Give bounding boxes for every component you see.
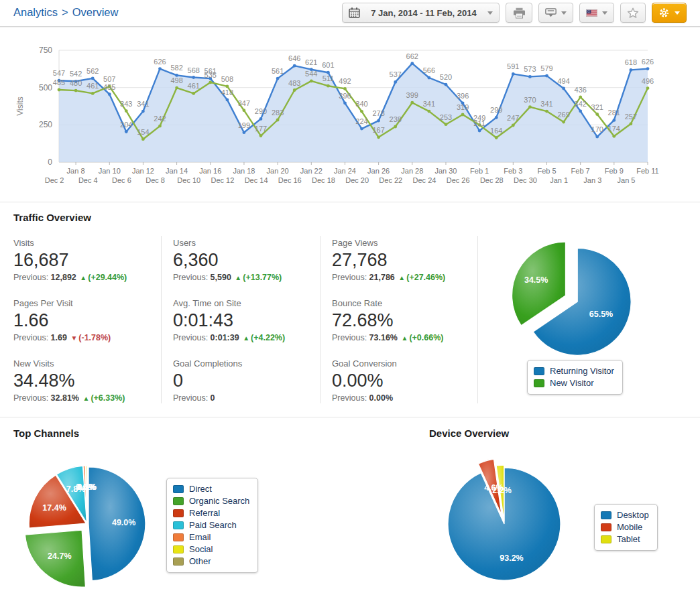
previous-label: Previous: <box>13 273 48 282</box>
metric-card-bounce-rate: Bounce Rate 72.68% Previous: 73.16% ▲(+0… <box>320 293 465 354</box>
previous-value: 1.69 <box>51 333 67 342</box>
gear-icon <box>658 7 670 19</box>
metric-value: 0.00% <box>332 371 465 391</box>
svg-text:498: 498 <box>170 76 182 84</box>
svg-text:485: 485 <box>53 78 65 86</box>
previous-label: Previous: <box>173 393 208 403</box>
svg-text:500: 500 <box>39 83 52 92</box>
legend-swatch <box>534 367 544 375</box>
svg-text:Visits: Visits <box>15 96 25 115</box>
change-arrow-icon: ▲ <box>80 274 86 281</box>
svg-text:341: 341 <box>423 100 435 108</box>
star-icon <box>627 7 639 19</box>
previous-label: Previous: <box>173 273 208 282</box>
top-bar: Analytics>Overview 7 Jan, 2014 - 11 Feb,… <box>0 0 700 27</box>
svg-text:34.5%: 34.5% <box>524 275 548 285</box>
printer-icon <box>513 7 526 19</box>
svg-text:177: 177 <box>255 125 267 133</box>
legend-label: Other <box>189 555 211 568</box>
change-percent: (+27.46%) <box>406 273 445 282</box>
svg-text:Jan 28: Jan 28 <box>401 167 423 175</box>
svg-text:Feb 3: Feb 3 <box>504 167 522 175</box>
print-button[interactable] <box>506 3 532 23</box>
column-divider <box>320 236 320 403</box>
svg-text:Jan 12: Jan 12 <box>132 167 154 175</box>
legend-swatch <box>173 545 184 553</box>
legend-swatch <box>534 379 544 387</box>
visitor-legend: Returning Visitor New Visitor <box>527 360 623 395</box>
svg-text:Dec 22: Dec 22 <box>379 176 402 184</box>
breadcrumb: Analytics>Overview <box>13 6 118 19</box>
svg-text:Dec 28: Dec 28 <box>480 176 504 184</box>
svg-text:573: 573 <box>524 65 536 73</box>
device-pie-chart: 93.2%4.6%2.2% <box>429 444 583 591</box>
svg-text:483: 483 <box>288 79 300 87</box>
metric-label: Page Views <box>332 238 465 248</box>
previous-label: Previous: <box>13 333 48 342</box>
svg-text:Jan 22: Jan 22 <box>300 167 323 175</box>
legend-label: New Visitor <box>550 377 594 389</box>
legend-swatch <box>173 485 184 493</box>
svg-text:399: 399 <box>406 91 418 99</box>
svg-text:283: 283 <box>272 109 284 117</box>
metric-card-pages-per-visit: Pages Per Visit 1.66 Previous: 1.69 ▼(-1… <box>13 293 161 354</box>
previous-value: 32.81% <box>51 393 79 403</box>
svg-text:204: 204 <box>120 121 132 129</box>
metric-card-page-views: Page Views 27,768 Previous: 21,786 ▲(+27… <box>320 233 465 293</box>
settings-button[interactable] <box>652 3 687 23</box>
breadcrumb-overview-link[interactable]: Overview <box>72 6 119 18</box>
top-channels-title: Top Channels <box>13 428 79 439</box>
svg-text:2.2%: 2.2% <box>492 486 512 495</box>
legend-label: Returning Visitor <box>550 365 614 377</box>
metric-label: Users <box>173 238 320 248</box>
breadcrumb-separator: > <box>62 6 68 18</box>
svg-text:249: 249 <box>473 114 485 122</box>
visits-line-chart: 0250500750Visits547542562455204341626582… <box>0 38 700 189</box>
legend-item: Other <box>173 555 249 568</box>
metric-value: 1.66 <box>13 310 161 331</box>
date-range-label: 7 Jan, 2014 - 11 Feb, 2014 <box>365 8 483 18</box>
previous-label: Previous: <box>332 333 367 342</box>
language-button[interactable] <box>579 3 614 23</box>
svg-text:0: 0 <box>48 157 52 167</box>
change-arrow-icon: ▼ <box>70 334 77 342</box>
svg-text:224: 224 <box>355 117 367 125</box>
svg-text:626: 626 <box>154 58 166 66</box>
legend-swatch <box>601 535 611 543</box>
caret-down-icon <box>602 11 607 15</box>
previous-label: Previous: <box>332 393 367 403</box>
svg-text:Dec 16: Dec 16 <box>278 176 302 184</box>
svg-text:579: 579 <box>540 64 552 72</box>
change-percent: (-1.78%) <box>78 333 111 342</box>
breadcrumb-analytics-link[interactable]: Analytics <box>13 6 58 18</box>
previous-label: Previous: <box>173 333 208 342</box>
svg-text:24.7%: 24.7% <box>48 551 71 561</box>
previous-value: 21,786 <box>369 273 395 282</box>
caret-down-icon <box>487 11 493 15</box>
favorite-button[interactable] <box>620 3 646 23</box>
change-arrow-icon: ▲ <box>235 274 241 281</box>
svg-text:Jan 18: Jan 18 <box>233 167 255 175</box>
metric-label: Goal Completions <box>173 358 320 369</box>
change-arrow-icon: ▲ <box>398 274 405 281</box>
export-button[interactable] <box>538 3 573 23</box>
svg-text:299: 299 <box>490 106 502 114</box>
date-range-button[interactable]: 7 Jan, 2014 - 11 Feb, 2014 <box>342 3 500 23</box>
metric-label: Pages Per Visit <box>13 298 161 308</box>
previous-value: 0.00% <box>369 393 393 403</box>
svg-text:396: 396 <box>457 92 469 100</box>
previous-value: 0 <box>211 393 215 403</box>
svg-text:591: 591 <box>507 62 519 70</box>
legend-item: Direct <box>173 483 249 495</box>
svg-text:750: 750 <box>39 46 52 55</box>
svg-text:542: 542 <box>70 70 82 78</box>
svg-text:17.4%: 17.4% <box>42 503 66 513</box>
metric-label: Bounce Rate <box>332 298 465 308</box>
svg-text:Dec 18: Dec 18 <box>312 176 335 184</box>
metric-card-new-visits: New Visits 34.48% Previous: 32.81% ▲(+6.… <box>13 354 161 414</box>
legend-swatch <box>173 509 184 517</box>
metric-value: 34.48% <box>13 371 161 391</box>
svg-text:Jan 8: Jan 8 <box>67 167 85 175</box>
svg-text:250: 250 <box>39 120 52 129</box>
svg-text:Feb 11: Feb 11 <box>636 167 658 175</box>
